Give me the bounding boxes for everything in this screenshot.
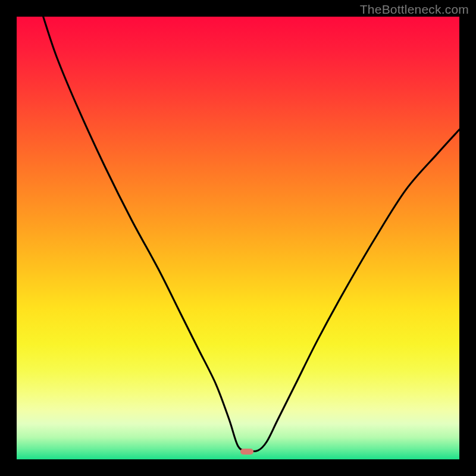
watermark-text: TheBottleneck.com: [360, 2, 469, 17]
curve-path: [43, 17, 459, 452]
optimum-marker: [240, 449, 253, 455]
plot-area: [17, 17, 459, 459]
bottleneck-curve: [17, 17, 459, 459]
chart-stage: TheBottleneck.com: [0, 0, 476, 476]
